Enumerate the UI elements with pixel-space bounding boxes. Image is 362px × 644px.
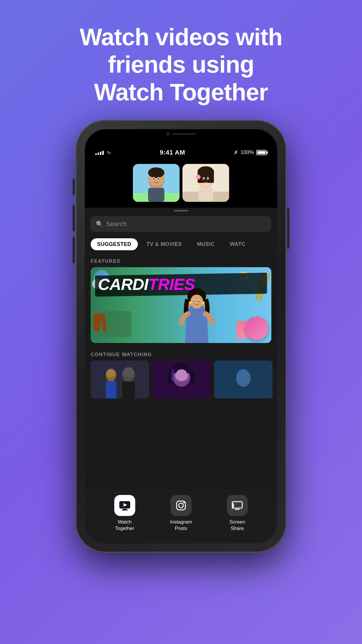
svg-point-42 [176, 369, 187, 381]
phone-silent-button [73, 179, 75, 195]
banner-title-cardi: CARDI [98, 275, 148, 294]
tab-suggested[interactable]: SUGGESTED [91, 238, 138, 250]
screen-share-icon [227, 495, 248, 516]
status-bar-right: ✗ 100% [234, 149, 267, 156]
continue-thumb-3[interactable] [214, 360, 273, 398]
bottom-action-sheet: WatchTogether InstagramPosts [85, 489, 277, 543]
continue-video-3 [214, 360, 273, 398]
search-icon: 🔍 [96, 220, 103, 228]
video-call-area [85, 160, 277, 208]
continue-thumb-2[interactable] [152, 360, 211, 398]
svg-point-29 [189, 301, 192, 304]
person2-avatar [182, 164, 229, 202]
screen-share-icon-svg [231, 500, 243, 511]
status-time: 9:41 AM [160, 149, 185, 156]
signal-bars [95, 150, 104, 155]
instagram-posts-action[interactable]: InstagramPosts [162, 495, 200, 532]
bluetooth-icon: ✗ [234, 149, 238, 156]
svg-point-16 [196, 175, 201, 179]
battery-icon [256, 150, 267, 155]
svg-point-20 [207, 178, 208, 179]
video-thumb-person1 [133, 164, 180, 202]
tabs-container: SUGGESTED TV & MOVIES MUSIC WATC [85, 235, 277, 254]
instagram-icon [171, 495, 191, 516]
svg-point-7 [153, 178, 155, 180]
svg-point-4 [148, 167, 164, 178]
phone-volume-down-button [73, 237, 75, 263]
tab-watch[interactable]: WATC [224, 238, 252, 250]
svg-point-8 [158, 178, 159, 180]
phone-power-button [287, 208, 289, 249]
svg-point-27 [194, 300, 195, 302]
continue-video-2 [152, 360, 211, 398]
watch-together-label: WatchTogether [115, 519, 134, 532]
status-bar-left: ∿ [95, 149, 111, 156]
search-bar[interactable]: 🔍 Search [91, 216, 271, 232]
featured-label: FEATURED [85, 254, 277, 267]
svg-rect-21 [198, 187, 213, 202]
instagram-icon-svg [175, 500, 187, 511]
svg-rect-31 [91, 360, 149, 398]
svg-point-52 [183, 502, 184, 503]
watch-together-action[interactable]: WatchTogether [106, 495, 144, 532]
notch [152, 129, 210, 139]
battery-percent: 100% [240, 149, 254, 155]
svg-point-44 [236, 369, 251, 387]
content-area: FEATURED CARDI [85, 254, 277, 398]
svg-rect-49 [122, 510, 128, 510]
phone-screen: ∿ 9:41 AM ✗ 100% [85, 129, 277, 543]
continue-watching-label: CONTINUE WATCHING [85, 348, 277, 360]
handle-bar [174, 210, 188, 211]
screen-share-action[interactable]: ScreenShare [218, 495, 256, 532]
svg-rect-33 [106, 381, 116, 398]
notch-area [85, 129, 277, 147]
battery-fill [257, 151, 266, 154]
svg-point-24 [190, 295, 203, 309]
instagram-posts-label: InstagramPosts [170, 519, 192, 532]
continue-grid [85, 360, 277, 398]
person1-avatar [133, 164, 180, 202]
watch-together-icon-svg [119, 500, 131, 511]
search-container: 🔍 Search [85, 213, 277, 235]
headline: Watch videos with friends using Watch To… [56, 0, 305, 120]
continue-video-1 [91, 360, 149, 398]
drawer-handle [85, 208, 277, 213]
svg-rect-9 [148, 188, 164, 202]
phone-volume-up-button [73, 205, 75, 231]
svg-point-51 [179, 503, 183, 508]
svg-rect-55 [235, 509, 240, 510]
svg-point-28 [198, 300, 200, 302]
featured-banner[interactable]: CARDI TRIES [91, 267, 271, 343]
svg-rect-36 [122, 382, 135, 398]
front-camera [166, 132, 170, 136]
search-placeholder: Search [106, 220, 126, 228]
svg-point-19 [203, 178, 204, 179]
tab-tv-movies[interactable]: TV & MOVIES [140, 238, 189, 250]
tab-music[interactable]: MUSIC [191, 238, 221, 250]
video-thumb-person2 [182, 164, 229, 202]
featured-person [171, 279, 223, 343]
svg-point-54 [232, 508, 233, 509]
wifi-icon: ∿ [107, 149, 111, 156]
notch-speaker [173, 133, 196, 135]
watch-together-icon [114, 495, 135, 516]
phone-mockup: ∿ 9:41 AM ✗ 100% [76, 120, 286, 552]
svg-point-34 [106, 369, 116, 377]
continue-watching-section: CONTINUE WATCHING [85, 343, 277, 398]
screen-share-label: ScreenShare [229, 519, 245, 532]
svg-point-37 [123, 368, 134, 378]
continue-thumb-1[interactable] [91, 360, 149, 398]
svg-point-30 [202, 301, 205, 304]
